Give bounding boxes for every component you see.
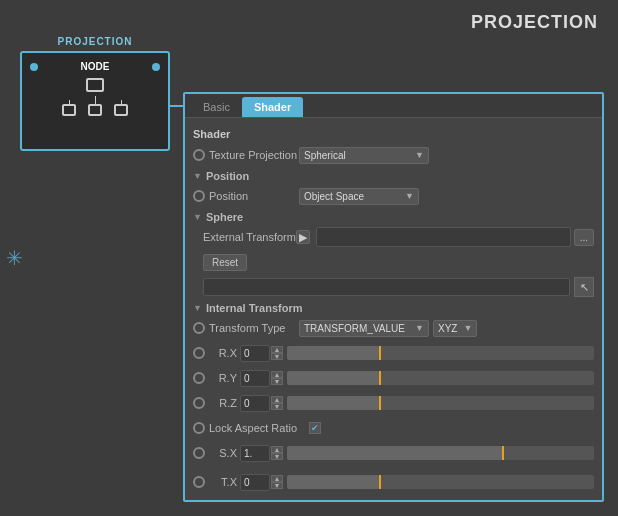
tabs-bar: Basic Shader bbox=[185, 94, 602, 118]
lock-label: Lock Aspect Ratio bbox=[209, 422, 309, 434]
tx-row: T.X ▲ ▼ bbox=[193, 471, 594, 493]
node-icon bbox=[62, 78, 128, 116]
external-transform-play[interactable]: ▶ bbox=[296, 230, 310, 244]
external-transform-label: External Transform bbox=[203, 231, 296, 243]
transform-type-arrow: ▼ bbox=[415, 323, 424, 333]
xyz-value: XYZ bbox=[438, 323, 457, 334]
transform-type-radio[interactable] bbox=[193, 322, 205, 334]
ry-input[interactable] bbox=[240, 370, 270, 387]
sx-up[interactable]: ▲ bbox=[271, 446, 283, 453]
tab-shader[interactable]: Shader bbox=[242, 97, 303, 117]
main-panel: Basic Shader Shader Texture Projection S… bbox=[183, 92, 604, 502]
rz-row: R.Z ▲ ▼ bbox=[193, 392, 594, 414]
texture-projection-radio[interactable] bbox=[193, 149, 205, 161]
position-dropdown[interactable]: Object Space ▼ bbox=[299, 188, 419, 205]
sx-row: S.X ▲ ▼ bbox=[193, 442, 594, 464]
sx-input[interactable] bbox=[240, 445, 270, 462]
rx-label: R.X bbox=[209, 347, 237, 359]
position-label: Position bbox=[209, 190, 299, 202]
rx-spinner[interactable]: ▲ ▼ bbox=[271, 346, 283, 360]
ry-down[interactable]: ▼ bbox=[271, 378, 283, 385]
sx-radio[interactable] bbox=[193, 447, 205, 459]
node-icon-child-2 bbox=[88, 104, 102, 116]
ry-radio[interactable] bbox=[193, 372, 205, 384]
position-arrow: ▼ bbox=[193, 171, 202, 181]
rx-input[interactable] bbox=[240, 345, 270, 362]
rz-label: R.Z bbox=[209, 397, 237, 409]
position-value: Object Space bbox=[304, 191, 364, 202]
position-row: Position Object Space ▼ bbox=[193, 185, 594, 207]
rx-down[interactable]: ▼ bbox=[271, 353, 283, 360]
position-section-label: Position bbox=[206, 170, 249, 182]
node-icon-top bbox=[86, 78, 104, 92]
transform-type-value: TRANSFORM_VALUE bbox=[304, 323, 405, 334]
texture-projection-row: Texture Projection Spherical ▼ bbox=[193, 144, 594, 166]
node-dot-right bbox=[152, 63, 160, 71]
rx-up[interactable]: ▲ bbox=[271, 346, 283, 353]
texture-projection-arrow: ▼ bbox=[415, 150, 424, 160]
node-icon-child-1 bbox=[62, 104, 76, 116]
ry-slider[interactable] bbox=[287, 371, 594, 385]
rx-slider[interactable] bbox=[287, 346, 594, 360]
transform-type-row: Transform Type TRANSFORM_VALUE ▼ XYZ ▼ bbox=[193, 317, 594, 339]
internal-transform-arrow: ▼ bbox=[193, 303, 202, 313]
xyz-dropdown[interactable]: XYZ ▼ bbox=[433, 320, 477, 337]
rz-down[interactable]: ▼ bbox=[271, 403, 283, 410]
sx-slider[interactable] bbox=[287, 446, 594, 460]
rz-up[interactable]: ▲ bbox=[271, 396, 283, 403]
octane-logo: ✳ bbox=[6, 246, 23, 270]
transform-type-dropdown[interactable]: TRANSFORM_VALUE ▼ bbox=[299, 320, 429, 337]
position-arrow-icon: ▼ bbox=[405, 191, 414, 201]
tx-up[interactable]: ▲ bbox=[271, 475, 283, 482]
texture-projection-value: Spherical bbox=[304, 150, 346, 161]
reset-row: Reset bbox=[193, 251, 594, 273]
tab-basic[interactable]: Basic bbox=[191, 97, 242, 117]
tx-slider[interactable] bbox=[287, 475, 594, 489]
lock-row: Lock Aspect Ratio ✔ bbox=[193, 417, 594, 439]
node-title: NODE bbox=[38, 61, 152, 72]
bottom-input[interactable] bbox=[203, 278, 570, 296]
texture-projection-dropdown[interactable]: Spherical ▼ bbox=[299, 147, 429, 164]
ry-spinner[interactable]: ▲ ▼ bbox=[271, 371, 283, 385]
position-section[interactable]: ▼ Position bbox=[193, 170, 594, 182]
xyz-arrow: ▼ bbox=[463, 323, 472, 333]
texture-projection-label: Texture Projection bbox=[209, 149, 299, 161]
rx-row: R.X ▲ ▼ bbox=[193, 342, 594, 364]
bottom-bar-row: ↖ bbox=[203, 276, 594, 298]
tx-down[interactable]: ▼ bbox=[271, 482, 283, 489]
tx-radio[interactable] bbox=[193, 476, 205, 488]
tx-label: T.X bbox=[209, 476, 237, 488]
rz-radio[interactable] bbox=[193, 397, 205, 409]
reset-button[interactable]: Reset bbox=[203, 254, 247, 271]
node-panel-label: PROJECTION bbox=[20, 36, 170, 47]
external-transform-input[interactable] bbox=[316, 227, 571, 247]
ry-label: R.Y bbox=[209, 372, 237, 384]
sx-down[interactable]: ▼ bbox=[271, 453, 283, 460]
rz-spinner[interactable]: ▲ ▼ bbox=[271, 396, 283, 410]
external-transform-row: External Transform ▶ ... bbox=[193, 226, 594, 248]
internal-transform-section[interactable]: ▼ Internal Transform bbox=[193, 302, 594, 314]
tx-input[interactable] bbox=[240, 474, 270, 491]
page-title: PROJECTION bbox=[471, 12, 598, 33]
lock-radio[interactable] bbox=[193, 422, 205, 434]
rz-input[interactable] bbox=[240, 395, 270, 412]
sphere-section[interactable]: ▼ Sphere bbox=[193, 211, 594, 223]
tx-spinner[interactable]: ▲ ▼ bbox=[271, 475, 283, 489]
position-radio[interactable] bbox=[193, 190, 205, 202]
ry-up[interactable]: ▲ bbox=[271, 371, 283, 378]
cursor-btn[interactable]: ↖ bbox=[574, 277, 594, 297]
node-dot-left bbox=[30, 63, 38, 71]
sphere-section-label: Sphere bbox=[206, 211, 243, 223]
shader-content: Shader Texture Projection Spherical ▼ ▼ … bbox=[185, 118, 602, 494]
sx-spinner[interactable]: ▲ ▼ bbox=[271, 446, 283, 460]
shader-section-header: Shader bbox=[193, 128, 594, 140]
node-icon-child-3 bbox=[114, 104, 128, 116]
ry-row: R.Y ▲ ▼ bbox=[193, 367, 594, 389]
lock-checkbox[interactable]: ✔ bbox=[309, 422, 321, 434]
external-transform-btn[interactable]: ... bbox=[574, 229, 594, 246]
rz-slider[interactable] bbox=[287, 396, 594, 410]
transform-type-label: Transform Type bbox=[209, 322, 299, 334]
rx-radio[interactable] bbox=[193, 347, 205, 359]
sphere-arrow: ▼ bbox=[193, 212, 202, 222]
node-box: NODE bbox=[20, 51, 170, 151]
